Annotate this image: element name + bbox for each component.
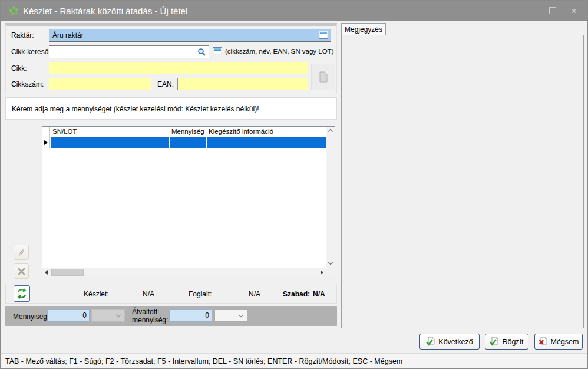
quantity-label: Mennyiség:: [13, 312, 49, 321]
text-caret: [52, 48, 52, 57]
free-value: N/A: [313, 290, 325, 298]
stock-info-panel: Készlet: N/A Foglalt: N/A Szabad: N/A: [5, 284, 337, 304]
status-bar: TAB - Mező váltás; F1 - Súgó; F2 - Törzs…: [1, 353, 588, 369]
pencil-icon: [17, 248, 25, 256]
row-pointer-icon: [44, 140, 48, 145]
close-button[interactable]: ×: [565, 5, 583, 17]
scroll-right-icon[interactable]: [321, 270, 323, 275]
cancel-button-label: Mégsem: [551, 338, 579, 346]
search-icon[interactable]: [197, 48, 206, 57]
instruction-message: Kérem adja meg a mennyiséget (készlet ke…: [12, 105, 259, 113]
maximize-icon: [549, 7, 556, 14]
scroll-down-icon[interactable]: [328, 260, 333, 265]
refresh-icon: [16, 288, 28, 299]
snlot-table[interactable]: SN/LOT Mennyiség Kiegészítő információ: [42, 126, 335, 276]
selected-row-indicator-cell: [42, 137, 50, 148]
ean-field[interactable]: [177, 78, 308, 90]
maximize-button[interactable]: [544, 5, 562, 17]
delete-row-button[interactable]: [14, 263, 29, 279]
stock-value: N/A: [143, 290, 154, 298]
edit-row-button[interactable]: [14, 245, 29, 260]
tab-megjegyzes[interactable]: Megjegyzés: [341, 23, 386, 35]
table-vertical-scrollbar[interactable]: [326, 127, 335, 268]
next-button[interactable]: Következő: [419, 334, 480, 350]
item-document-button[interactable]: [311, 64, 335, 90]
selected-row-cell-kiegeszito[interactable]: [207, 137, 327, 148]
delete-x-icon: [18, 268, 25, 275]
warehouse-lookup-icon[interactable]: [319, 31, 328, 39]
item-search-hint: (cikkszám, név, EAN, SN vagy LOT): [225, 48, 333, 55]
next-button-label: Következő: [438, 338, 473, 346]
converted-unit-dropdown[interactable]: [214, 309, 247, 322]
message-panel: Kérem adja meg a mennyiséget (készlet ke…: [5, 97, 337, 120]
cross-document-icon: [539, 337, 547, 347]
item-name-label: Cikk:: [11, 64, 27, 73]
status-bar-text: TAB - Mező váltás; F1 - Súgó; F2 - Törzs…: [5, 357, 402, 365]
window-title: Készlet - Raktárak közötti átadás - Új t…: [23, 6, 187, 16]
reserved-value: N/A: [249, 290, 260, 298]
selected-row-cell-mennyiseg[interactable]: [170, 137, 206, 148]
stock-label: Készlet:: [84, 290, 109, 298]
check-document-icon: [490, 337, 498, 347]
table-horizontal-scrollbar[interactable]: [42, 268, 327, 276]
save-button[interactable]: Rögzít: [485, 334, 528, 350]
column-header-mennyiseg[interactable]: Mennyiség: [169, 127, 206, 137]
title-bar[interactable]: Készlet - Raktárak közötti átadás - Új t…: [1, 1, 588, 21]
item-number-label: Cikkszám:: [11, 80, 44, 88]
chevron-down-icon: [239, 312, 243, 317]
check-document-icon: [426, 337, 435, 347]
table-hscroll-thumb[interactable]: [51, 269, 84, 276]
row-indicator-header: [42, 127, 50, 137]
warehouse-label: Raktár:: [11, 31, 34, 39]
scroll-left-icon[interactable]: [45, 270, 48, 275]
quantity-input[interactable]: 0: [47, 309, 90, 322]
document-icon: [319, 71, 328, 83]
chevron-down-icon: [116, 312, 121, 317]
quantity-unit-dropdown[interactable]: [91, 309, 125, 322]
quantity-panel: Mennyiség: 0 Átváltott mennyiség: 0: [5, 306, 337, 326]
scroll-up-icon[interactable]: [328, 129, 333, 134]
column-header-kiegeszito[interactable]: Kiegészítő információ: [206, 127, 327, 137]
item-name-field[interactable]: [49, 62, 308, 74]
divider: [5, 44, 337, 44]
converted-quantity-label: Átváltott mennyiség:: [132, 308, 169, 324]
item-number-field[interactable]: [49, 78, 151, 90]
item-search-lookup-icon[interactable]: [213, 47, 222, 55]
selected-row-cell-snlot[interactable]: [51, 137, 169, 148]
item-search-input[interactable]: [49, 45, 209, 58]
table-scroll-corner: [326, 268, 335, 276]
close-icon: ×: [571, 5, 577, 17]
free-label: Szabad:: [283, 290, 310, 298]
note-editor-frame: [341, 35, 584, 328]
ean-label: EAN:: [157, 80, 174, 88]
column-header-snlot[interactable]: SN/LOT: [50, 127, 169, 137]
converted-quantity-input[interactable]: 0: [169, 309, 212, 322]
app-icon: [9, 6, 19, 16]
dialog-window: Készlet - Raktárak közötti átadás - Új t…: [0, 0, 588, 369]
item-search-label: Cikk-kereső:: [11, 48, 51, 56]
refresh-stock-button[interactable]: [14, 285, 30, 302]
cancel-button[interactable]: Mégsem: [534, 334, 583, 350]
save-button-label: Rögzít: [502, 338, 523, 346]
reserved-label: Foglalt:: [189, 290, 212, 298]
warehouse-field[interactable]: Áru raktár: [49, 29, 331, 42]
